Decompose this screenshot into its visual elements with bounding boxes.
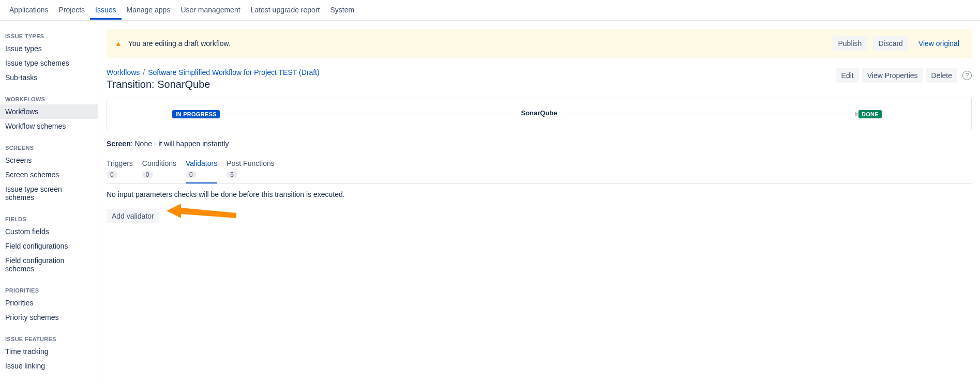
side-item-issue-type-screen-schemes[interactable]: Issue type screen schemes	[0, 182, 98, 205]
side-heading-priorities: PRIORITIES	[0, 283, 98, 296]
breadcrumb: Workflows / Software Simplified Workflow…	[107, 68, 320, 76]
publish-button[interactable]: Publish	[833, 36, 867, 51]
topnav-applications[interactable]: Applications	[4, 1, 54, 20]
page-title: Transition: SonarQube	[107, 79, 320, 90]
topnav-upgrade-report[interactable]: Latest upgrade report	[246, 1, 325, 20]
tab-conditions[interactable]: Conditions 0	[142, 157, 176, 183]
side-heading-workflows: WORKFLOWS	[0, 92, 98, 104]
breadcrumb-workflows[interactable]: Workflows	[107, 68, 140, 76]
side-item-time-tracking[interactable]: Time tracking	[0, 344, 98, 359]
tab-post-functions-count: 5	[227, 171, 237, 178]
tab-triggers[interactable]: Triggers 0	[107, 157, 133, 183]
side-heading-fields: FIELDS	[0, 212, 98, 224]
topnav-user-management[interactable]: User management	[175, 1, 245, 20]
delete-button[interactable]: Delete	[926, 68, 957, 83]
side-item-field-configurations[interactable]: Field configurations	[0, 239, 98, 253]
side-item-custom-fields[interactable]: Custom fields	[0, 224, 98, 239]
tab-triggers-count: 0	[107, 171, 117, 178]
side-heading-issue-types: ISSUE TYPES	[0, 29, 98, 41]
transition-tabs: Triggers 0 Conditions 0 Validators 0 Pos…	[107, 157, 972, 184]
validators-empty-text: No input parameters checks will be done …	[107, 190, 972, 198]
tab-validators[interactable]: Validators 0	[186, 157, 217, 183]
side-item-workflow-schemes[interactable]: Workflow schemes	[0, 119, 98, 133]
breadcrumb-separator: /	[143, 68, 145, 76]
tab-conditions-count: 0	[142, 171, 153, 178]
topnav-issues[interactable]: Issues	[90, 1, 121, 20]
tab-validators-count: 0	[186, 171, 197, 178]
transition-name-label: SonarQube	[517, 109, 561, 117]
side-item-field-configuration-schemes[interactable]: Field configuration schemes	[0, 253, 98, 276]
side-heading-issue-features: ISSUE FEATURES	[0, 332, 98, 344]
topnav-system[interactable]: System	[325, 1, 359, 20]
side-item-issue-type-schemes[interactable]: Issue type schemes	[0, 56, 98, 70]
view-original-link[interactable]: View original	[914, 36, 963, 51]
tab-validators-label: Validators	[186, 159, 217, 167]
sidebar: ISSUE TYPES Issue types Issue type schem…	[0, 21, 98, 384]
side-item-workflows[interactable]: Workflows	[0, 104, 98, 119]
topnav-manage-apps[interactable]: Manage apps	[122, 1, 176, 20]
side-item-screens[interactable]: Screens	[0, 153, 98, 167]
breadcrumb-current[interactable]: Software Simplified Workflow for Project…	[148, 68, 319, 76]
screen-info: Screen: None - it will happen instantly	[107, 140, 972, 148]
tab-post-functions-label: Post Functions	[227, 159, 275, 167]
side-item-screen-schemes[interactable]: Screen schemes	[0, 167, 98, 182]
side-heading-screens: SCREENS	[0, 141, 98, 153]
top-nav: Applications Projects Issues Manage apps…	[0, 0, 980, 21]
status-from: IN PROGRESS	[172, 110, 220, 118]
banner-text: You are editing a draft workflow.	[128, 39, 827, 48]
side-item-issue-types[interactable]: Issue types	[0, 41, 98, 56]
side-item-priorities[interactable]: Priorities	[0, 296, 98, 310]
side-item-priority-schemes[interactable]: Priority schemes	[0, 310, 98, 325]
tab-triggers-label: Triggers	[107, 159, 133, 167]
main-content: ▲ You are editing a draft workflow. Publ…	[98, 21, 980, 384]
help-icon[interactable]: ?	[962, 71, 972, 80]
add-validator-button[interactable]: Add validator	[107, 209, 159, 223]
edit-button[interactable]: Edit	[836, 68, 859, 83]
tab-conditions-label: Conditions	[142, 159, 176, 167]
arrow-icon	[855, 112, 860, 117]
draft-banner: ▲ You are editing a draft workflow. Publ…	[107, 29, 972, 58]
side-item-sub-tasks[interactable]: Sub-tasks	[0, 70, 98, 85]
svg-marker-0	[167, 204, 236, 218]
transition-diagram: IN PROGRESS SonarQube DONE	[107, 98, 972, 130]
status-to: DONE	[858, 110, 882, 118]
side-item-issue-linking[interactable]: Issue linking	[0, 359, 98, 373]
screen-value: : None - it will happen instantly	[131, 140, 229, 148]
discard-button[interactable]: Discard	[873, 36, 908, 51]
warning-icon: ▲	[115, 39, 122, 48]
tab-post-functions[interactable]: Post Functions 5	[227, 157, 275, 183]
topnav-projects[interactable]: Projects	[54, 1, 91, 20]
annotation-arrow-icon	[167, 206, 239, 226]
view-properties-button[interactable]: View Properties	[862, 68, 923, 83]
screen-label: Screen	[107, 140, 131, 148]
